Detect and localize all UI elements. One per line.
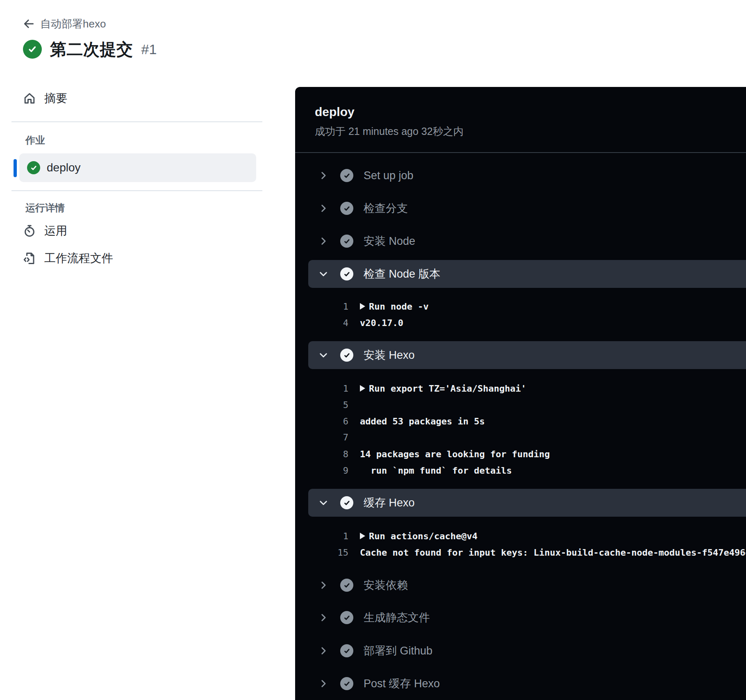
step-check-icon	[340, 169, 353, 182]
step-cache-hexo[interactable]: 缓存 Hexo	[308, 489, 746, 517]
step-label: 部署到 Github	[364, 643, 432, 658]
log-line-text: added 53 packages in 5s	[360, 416, 485, 426]
log-line-number[interactable]: 5	[295, 400, 348, 410]
step-label: 缓存 Hexo	[364, 495, 415, 510]
play-icon	[360, 303, 365, 310]
step-install-hexo[interactable]: 安装 Hexo	[308, 341, 746, 369]
log-line-number[interactable]: 1	[295, 301, 348, 312]
log-line-number[interactable]: 9	[295, 465, 348, 476]
step-check-icon	[340, 579, 353, 592]
step-generate-static-files[interactable]: 生成静态文件	[295, 604, 746, 631]
step-check-icon	[340, 235, 353, 248]
step-check-node-version[interactable]: 检查 Node 版本	[308, 260, 746, 288]
job-status-line: 成功于 21 minutes ago 32秒之内	[315, 125, 464, 138]
step-label: Post 缓存 Hexo	[364, 676, 440, 691]
file-code-icon	[23, 252, 36, 265]
log-line: 1 Run export TZ='Asia/Shanghai'	[295, 380, 746, 397]
log-line-number[interactable]: 4	[295, 318, 348, 328]
step-check-icon	[340, 611, 353, 624]
sidebar: 自动部署hexo 第二次提交 #1 摘要 作业 deploy 运行详情 运用	[0, 0, 295, 700]
step-post-cache-hexo[interactable]: Post 缓存 Hexo	[295, 670, 746, 697]
step-label: 安装 Hexo	[364, 348, 415, 363]
log-line-text: Run node -v	[369, 301, 429, 312]
log-line: 1 Run actions/cache@v4	[295, 528, 746, 544]
log-line-text: v20.17.0	[360, 318, 403, 328]
log-line-text: Cache not found for input keys: Linux-bu…	[360, 547, 746, 558]
chevron-down-icon	[317, 268, 330, 280]
sidebar-item-label: 工作流程文件	[44, 251, 113, 266]
step-label: 检查 Node 版本	[364, 267, 441, 281]
log-line: 6 added 53 packages in 5s	[295, 413, 746, 429]
breadcrumb-workflow-link[interactable]: 自动部署hexo	[40, 17, 106, 31]
step-check-icon	[340, 496, 353, 509]
step-check-icon	[340, 202, 353, 215]
play-icon	[360, 533, 365, 539]
step-set-up-job[interactable]: Set up job	[295, 162, 746, 189]
chevron-right-icon	[317, 202, 330, 214]
sidebar-item-job-deploy[interactable]: deploy	[19, 153, 256, 182]
step-check-icon	[340, 349, 353, 362]
job-label: deploy	[47, 161, 81, 174]
log-line: 15 Cache not found for input keys: Linux…	[295, 544, 746, 561]
stopwatch-icon	[23, 224, 36, 237]
sidebar-item-summary[interactable]: 摘要	[23, 89, 67, 108]
step-check-icon	[340, 677, 353, 690]
step-label: 生成静态文件	[364, 610, 430, 625]
log-line-number[interactable]: 8	[295, 449, 348, 459]
log-line-text: run `npm fund` for details	[360, 465, 512, 476]
log-line-number[interactable]: 6	[295, 416, 348, 426]
chevron-right-icon	[317, 677, 330, 690]
log-line-text: Run actions/cache@v4	[369, 531, 478, 541]
sidebar-item-label: 摘要	[44, 91, 67, 106]
step-label: 安装依赖	[364, 578, 408, 593]
sidebar-divider	[11, 121, 262, 122]
chevron-down-icon	[317, 349, 330, 361]
step-checkout-branch[interactable]: 检查分支	[295, 195, 746, 222]
log-line-text: 14 packages are looking for funding	[360, 449, 550, 459]
step-check-icon	[340, 644, 353, 657]
log-panel: deploy 成功于 21 minutes ago 32秒之内 Set up j…	[295, 87, 746, 700]
log-line: 8 14 packages are looking for funding	[295, 446, 746, 462]
chevron-down-icon	[317, 497, 330, 509]
step-label: 安装 Node	[364, 234, 415, 249]
selected-job-accent-bar	[14, 159, 17, 177]
step-deploy-to-github[interactable]: 部署到 Github	[295, 637, 746, 664]
run-number: #1	[141, 41, 157, 57]
log-line: 1 Run node -v	[295, 298, 746, 315]
log-line: 4 v20.17.0	[295, 315, 746, 331]
sidebar-divider	[11, 190, 262, 191]
step-install-dependencies[interactable]: 安装依赖	[295, 572, 746, 599]
job-success-check-icon	[27, 161, 40, 174]
log-line-text: Run export TZ='Asia/Shanghai'	[369, 383, 526, 394]
log-line-number[interactable]: 1	[295, 383, 348, 394]
chevron-right-icon	[317, 645, 330, 657]
step-label: Set up job	[364, 169, 414, 182]
jobs-section-label: 作业	[25, 134, 45, 147]
step-label: 检查分支	[364, 201, 408, 216]
breadcrumb: 自动部署hexo	[23, 16, 106, 31]
sidebar-item-usage[interactable]: 运用	[23, 221, 67, 241]
run-title: 第二次提交	[50, 38, 133, 61]
log-line: 5	[295, 397, 746, 413]
log-line-number[interactable]: 7	[295, 432, 348, 442]
panel-divider	[295, 152, 746, 153]
chevron-right-icon	[317, 579, 330, 591]
log-line-number[interactable]: 1	[295, 531, 348, 541]
home-icon	[23, 92, 36, 105]
job-name: deploy	[315, 105, 355, 119]
run-details-section-label: 运行详情	[25, 201, 65, 214]
chevron-right-icon	[317, 169, 330, 182]
run-title-row: 第二次提交 #1	[23, 39, 157, 60]
log-line: 7	[295, 429, 746, 445]
run-success-check-icon	[23, 40, 42, 59]
chevron-right-icon	[317, 235, 330, 247]
step-check-icon	[340, 267, 353, 280]
back-arrow-icon[interactable]	[23, 18, 34, 30]
step-install-node[interactable]: 安装 Node	[295, 228, 746, 255]
chevron-right-icon	[317, 611, 330, 624]
sidebar-item-workflow-file[interactable]: 工作流程文件	[23, 249, 113, 268]
log-line: 9 run `npm fund` for details	[295, 462, 746, 479]
log-line-number[interactable]: 15	[295, 547, 348, 558]
play-icon	[360, 385, 365, 392]
sidebar-item-label: 运用	[44, 223, 67, 239]
